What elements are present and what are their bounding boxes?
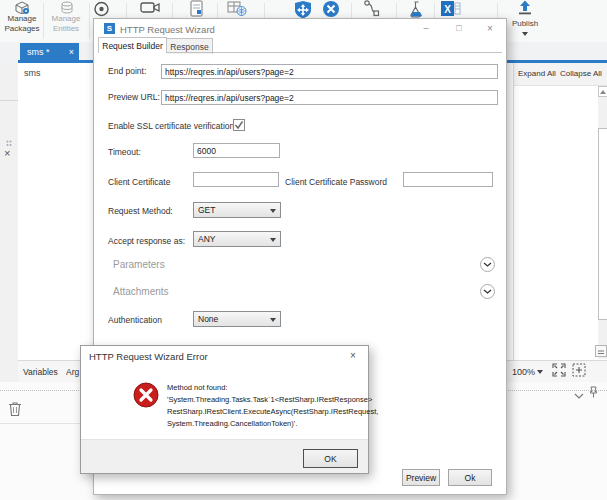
dropdown-chevron-icon [270, 209, 276, 213]
maximize-button[interactable]: □ [449, 23, 469, 36]
preview-button[interactable]: Preview [402, 469, 440, 486]
error-message-line2: 'System.Threading.Tasks.Task`1<RestSharp… [167, 395, 372, 404]
request-method-dropdown[interactable]: GET [193, 202, 281, 218]
minimize-button[interactable]: – [416, 23, 436, 36]
error-dialog-footer: OK [81, 439, 368, 473]
dropdown-chevron-icon [270, 238, 276, 242]
shield-arrows-icon [294, 0, 312, 19]
dropdown-chevron-icon [270, 318, 276, 322]
panel-close-icon[interactable]: × [4, 147, 10, 159]
manage-packages-label: ManagePackages [1, 14, 43, 34]
zoom-reset-icon[interactable] [572, 363, 586, 379]
parameters-section-header[interactable]: Parameters [113, 259, 165, 270]
manage-entities-button[interactable]: ManageEntities [45, 0, 88, 42]
endpoint-input[interactable] [161, 64, 498, 79]
chevron-down-icon [483, 262, 492, 268]
scrollbar-thumb[interactable] [598, 128, 607, 320]
manage-packages-button[interactable]: ManagePackages [1, 0, 43, 42]
expand-all-link[interactable]: Expand All [518, 69, 556, 78]
record-icon [93, 0, 110, 17]
publish-upload-icon [517, 0, 533, 19]
excel-icon: X [441, 0, 461, 17]
wizard-ok-button[interactable]: Ok [448, 469, 492, 486]
data-scraping-icon [227, 0, 247, 17]
zoom-chevron-down-icon[interactable] [537, 370, 543, 374]
wiring-icon [363, 0, 381, 17]
remove-circle-icon [322, 0, 340, 18]
chevron-down-icon [483, 289, 492, 295]
timeout-input[interactable] [193, 143, 280, 158]
scrollbar-up-button[interactable] [598, 86, 607, 97]
ssl-label: Enable SSL certificate verification [108, 121, 234, 131]
tab-request-builder[interactable]: Request Builder [98, 37, 167, 53]
http-request-wizard-error-dialog: HTTP Request Wizard Error × Method not f… [80, 345, 369, 474]
timeout-label: Timeout: [108, 147, 141, 157]
panel-pin-icon[interactable] [589, 384, 598, 402]
ribbon-separator [43, 3, 44, 39]
publish-label: Publish [504, 19, 546, 29]
arguments-tab[interactable]: Arg [66, 367, 79, 377]
close-button[interactable]: × [480, 23, 500, 36]
panel-options-button[interactable] [595, 345, 607, 357]
authentication-dropdown[interactable]: None [193, 311, 281, 327]
preview-url-label: Preview URL: [108, 92, 160, 102]
collapse-all-link[interactable]: Collapse All [560, 69, 602, 78]
error-ok-button[interactable]: OK [303, 449, 358, 468]
properties-panel-header: Expand All Collapse All [514, 63, 607, 86]
request-method-value: GET [198, 205, 215, 215]
trash-icon[interactable] [8, 401, 22, 421]
attachments-section-header[interactable]: Attachments [113, 286, 169, 297]
tab-sms-label: sms * [20, 47, 50, 57]
camera-icon [140, 0, 161, 15]
divider [0, 423, 92, 424]
authentication-label: Authentication [108, 315, 162, 325]
parameters-expand-button[interactable] [480, 257, 495, 272]
accept-response-value: ANY [198, 234, 215, 244]
sequence-doc-icon [189, 0, 204, 18]
svg-text:X: X [444, 4, 451, 15]
publish-button[interactable]: Publish [500, 0, 550, 42]
accept-response-label: Accept response as: [108, 236, 185, 246]
fit-to-screen-icon[interactable] [552, 363, 566, 379]
tab-close-icon[interactable]: × [69, 47, 74, 57]
error-dialog-title: HTTP Request Wizard Error [89, 351, 208, 362]
attachments-expand-button[interactable] [480, 284, 495, 299]
error-message-line4: System.Threading.CancellationToken)'. [167, 419, 297, 428]
wizard-title: HTTP Request Wizard [120, 24, 215, 35]
accept-response-dropdown[interactable]: ANY [193, 231, 281, 247]
request-method-label: Request Method: [108, 206, 173, 216]
test-flask-icon [408, 0, 425, 18]
client-certificate-password-input[interactable] [403, 172, 493, 187]
panel-chevron-down-icon[interactable] [574, 386, 584, 404]
check-icon [234, 120, 244, 130]
endpoint-label: End point: [108, 66, 146, 76]
options-lines-icon [596, 347, 606, 357]
variables-tab[interactable]: Variables [23, 367, 58, 377]
client-certificate-input[interactable] [193, 172, 279, 187]
error-message-line1: Method not found: [167, 383, 227, 392]
authentication-value: None [198, 314, 218, 324]
manage-entities-label: ManageEntities [45, 14, 87, 34]
client-certificate-password-label: Client Certificate Password [285, 177, 387, 187]
arrow-up-icon [600, 90, 606, 94]
error-icon [133, 382, 159, 412]
zoom-level[interactable]: 100% [512, 367, 535, 377]
app-window: ManagePackages ManageEntities [0, 0, 607, 500]
error-message-line3: RestSharp.IRestClient.ExecuteAsync(RestS… [167, 407, 378, 416]
publish-chevron-down-icon [522, 32, 528, 36]
error-dialog-close-icon[interactable]: × [350, 350, 356, 361]
divider [0, 100, 18, 101]
wizard-icon: S [104, 23, 115, 34]
breadcrumb[interactable]: sms [24, 68, 41, 78]
tab-sms[interactable]: sms * × [20, 43, 79, 61]
properties-panel: Expand All Collapse All [513, 63, 607, 360]
preview-url-input[interactable] [161, 90, 498, 105]
ssl-checkbox[interactable] [233, 119, 245, 131]
client-certificate-label: Client Certificate [108, 177, 170, 187]
